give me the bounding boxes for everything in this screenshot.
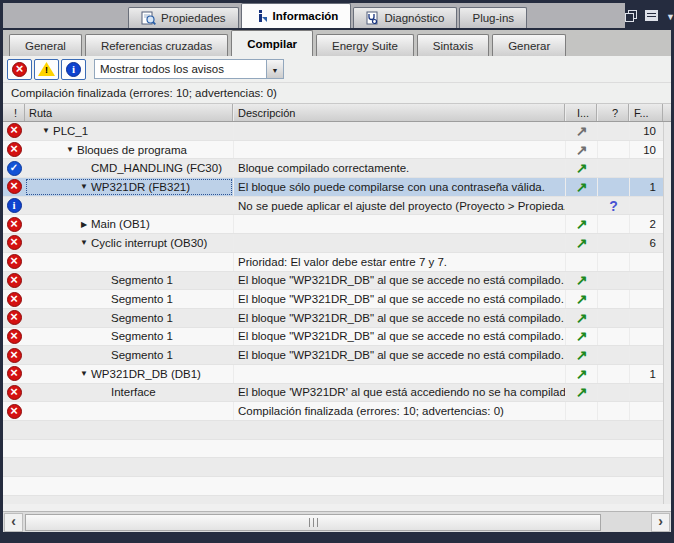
column-header-goto[interactable]: I...	[565, 104, 597, 121]
tree-indent	[25, 242, 77, 243]
error-count: 1	[629, 178, 663, 196]
table-row[interactable]: No se puede aplicar el ajuste del proyec…	[3, 197, 663, 216]
table-row[interactable]: Interface El bloque 'WP321DR' al que est…	[3, 384, 663, 403]
filter-info-button[interactable]	[61, 59, 86, 80]
empty-row	[3, 421, 663, 440]
table-row[interactable]: WP321DR_DB (DB1) 1	[3, 365, 663, 384]
message-filter-dropdown[interactable]: Mostrar todos los avisos	[94, 59, 284, 79]
filter-errors-button[interactable]	[7, 59, 32, 80]
message-list: PLC_1 10 Bloques de programa 10 CMD_HAND…	[3, 122, 663, 504]
goto-arrow-icon[interactable]	[576, 124, 588, 138]
help-question-icon[interactable]	[609, 198, 618, 214]
scroll-left-button[interactable]	[4, 513, 23, 532]
filter-warnings-button[interactable]	[34, 59, 59, 80]
expander-icon[interactable]	[77, 369, 91, 378]
goto-arrow-icon[interactable]	[576, 292, 588, 306]
table-row[interactable]: Cyclic interrupt (OB30) 6	[3, 234, 663, 253]
tab-energy-suite[interactable]: Energy Suite	[316, 34, 414, 56]
table-row[interactable]: Segmento 1 El bloque "WP321DR_DB" al que…	[3, 309, 663, 328]
empty-row	[3, 458, 663, 477]
tab-referencias-cruzadas[interactable]: Referencias cruzadas	[85, 34, 228, 56]
table-body: PLC_1 10 Bloques de programa 10 CMD_HAND…	[3, 122, 671, 504]
ruta-label: Interface	[111, 386, 156, 398]
error-icon	[7, 235, 22, 250]
table-row[interactable]: Prioridad: El valor debe estar entre 7 y…	[3, 253, 663, 272]
header-corner	[663, 104, 671, 121]
error-icon	[7, 142, 22, 157]
tree-indent	[25, 411, 39, 412]
status-bar: Compilación finalizada (errores: 10; adv…	[3, 82, 671, 104]
table-row[interactable]: WP321DR (FB321) El bloque sólo puede com…	[3, 178, 663, 197]
column-header-descripcion[interactable]: Descripción	[233, 104, 565, 121]
error-icon	[7, 348, 22, 363]
description-text: Compilación finalizada (errores: 10; adv…	[233, 402, 565, 420]
goto-arrow-icon[interactable]	[576, 161, 588, 175]
horizontal-scrollbar-thumb[interactable]	[25, 514, 601, 531]
tab-diagnostico[interactable]: Diagnóstico	[353, 7, 457, 28]
tab-label: General	[25, 40, 66, 52]
ruta-label: Segmento 1	[111, 330, 173, 342]
goto-arrow-icon[interactable]	[576, 143, 588, 157]
error-count	[629, 253, 663, 271]
window-tab-bar: Propiedades Información Diagnóstico Plug…	[3, 3, 671, 28]
column-header-help[interactable]: ?	[597, 104, 629, 121]
tab-general[interactable]: General	[9, 34, 82, 56]
column-header-ruta[interactable]: Ruta	[25, 104, 233, 121]
goto-arrow-icon[interactable]	[576, 180, 588, 194]
scroll-right-button[interactable]	[651, 513, 670, 532]
column-header-errors[interactable]: F...	[629, 104, 663, 121]
goto-arrow-icon[interactable]	[576, 367, 588, 381]
expander-icon[interactable]	[77, 182, 91, 191]
goto-arrow-icon[interactable]	[576, 311, 588, 325]
expander-icon[interactable]	[77, 220, 91, 229]
expander-icon[interactable]	[39, 126, 53, 135]
ruta-label: Cyclic interrupt (OB30)	[91, 237, 207, 249]
warning-icon	[38, 62, 55, 76]
table-row[interactable]: Segmento 1 El bloque "WP321DR_DB" al que…	[3, 290, 663, 309]
footer-spacer	[3, 504, 671, 511]
ruta-label: Main (OB1)	[91, 218, 150, 230]
goto-arrow-icon[interactable]	[576, 348, 588, 362]
float-panel-icon[interactable]	[625, 10, 637, 22]
panel-menu-icon[interactable]	[645, 10, 658, 21]
tab-informacion[interactable]: Información	[241, 3, 352, 28]
tree-indent	[25, 299, 97, 300]
goto-arrow-icon[interactable]	[576, 385, 588, 399]
error-icon	[7, 273, 22, 288]
expander-icon[interactable]	[77, 238, 91, 247]
goto-arrow-icon[interactable]	[576, 273, 588, 287]
column-header-severity[interactable]: !	[3, 104, 25, 121]
ruta-label: WP321DR_DB (DB1)	[91, 368, 201, 380]
dropdown-arrow-button[interactable]	[266, 60, 283, 78]
status-text: Compilación finalizada (errores: 10; adv…	[11, 87, 277, 99]
table-row[interactable]: Segmento 1 El bloque "WP321DR_DB" al que…	[3, 346, 663, 365]
goto-arrow-icon[interactable]	[576, 329, 588, 343]
goto-arrow-icon[interactable]	[576, 217, 588, 231]
error-count: 1	[629, 365, 663, 383]
table-row[interactable]: Compilación finalizada (errores: 10; adv…	[3, 402, 663, 421]
table-row[interactable]: Bloques de programa 10	[3, 141, 663, 160]
tab-sintaxis[interactable]: Sintaxis	[417, 34, 489, 56]
chevron-down-icon	[272, 63, 279, 75]
table-row[interactable]: Segmento 1 El bloque "WP321DR_DB" al que…	[3, 328, 663, 347]
tab-propiedades[interactable]: Propiedades	[128, 7, 239, 28]
expander-icon[interactable]	[63, 145, 77, 154]
error-icon	[7, 366, 22, 381]
vertical-scrollbar[interactable]	[663, 122, 671, 504]
table-row[interactable]: PLC_1 10	[3, 122, 663, 141]
success-icon	[7, 161, 22, 176]
ruta-label: Bloques de programa	[77, 144, 187, 156]
collapse-panel-icon[interactable]	[666, 10, 674, 22]
tab-compilar[interactable]: Compilar	[231, 30, 313, 56]
table-row[interactable]: Segmento 1 El bloque "WP321DR_DB" al que…	[3, 272, 663, 291]
tree-indent	[25, 168, 77, 169]
tree-indent	[25, 186, 77, 187]
tab-plugins[interactable]: Plug-ins	[459, 7, 527, 28]
table-row[interactable]: CMD_HANDLING (FC30) Bloque compilado cor…	[3, 159, 663, 178]
tab-generar[interactable]: Generar	[492, 34, 566, 56]
goto-arrow-icon[interactable]	[576, 236, 588, 250]
table-row[interactable]: Main (OB1) 2	[3, 215, 663, 234]
horizontal-scrollbar[interactable]	[3, 511, 671, 532]
error-icon	[7, 123, 22, 138]
empty-row	[3, 477, 663, 496]
